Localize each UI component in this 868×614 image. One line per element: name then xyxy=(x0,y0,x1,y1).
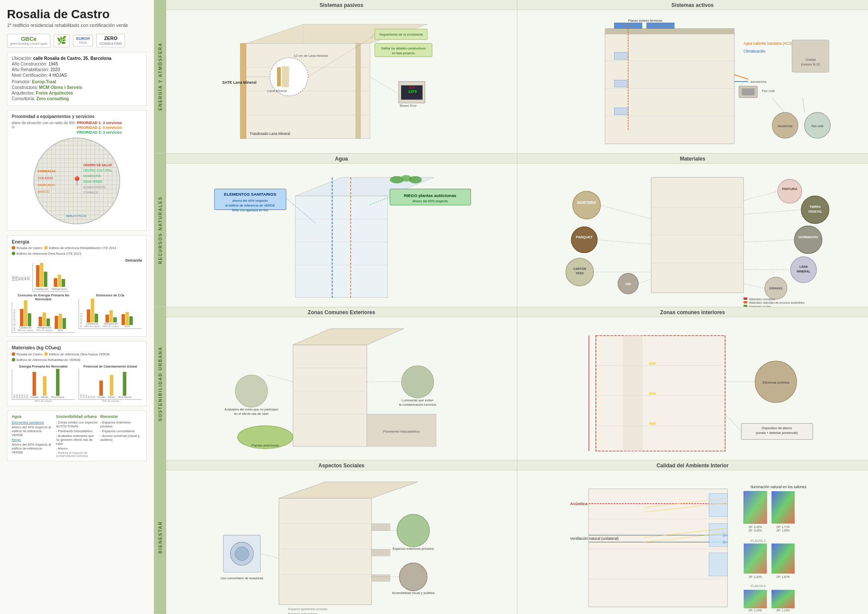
materiales-diagram: MORTERO PARQUET CARTÓN YESO DM PINTURA T… xyxy=(517,164,868,307)
svg-rect-156 xyxy=(649,422,656,424)
svg-marker-167 xyxy=(279,482,418,498)
cell-zonas-ext: Zonas Comunes Exteriores Paviment xyxy=(166,307,517,460)
svg-text:DF: 1.56%: DF: 1.56% xyxy=(776,529,790,532)
svg-text:Grifo con apertura en frío: Grifo con apertura en frío xyxy=(232,208,268,212)
materiales-body: MORTERO PARQUET CARTÓN YESO DM PINTURA T… xyxy=(517,164,868,307)
summary-sostenibilidad: Sostenibilidad urbana - Zonas verdes con… xyxy=(56,414,98,457)
svg-text:PARQUET: PARQUET xyxy=(576,235,593,239)
svg-rect-16 xyxy=(356,43,361,139)
svg-text:Aerotermia: Aerotermia xyxy=(778,125,792,128)
cell-aspectos-sociales: Aspectos Sociales xyxy=(166,460,517,614)
svg-rect-51 xyxy=(614,53,628,59)
energy-legend: Rosalia de Castro Edificio de referencia… xyxy=(12,246,142,256)
svg-rect-71 xyxy=(295,196,388,297)
svg-text:Materiales locales: Materiales locales xyxy=(749,305,771,307)
sistemas-activos-diagram: Placas solares térmicas xyxy=(517,10,868,153)
cell-calidad-ambiente: Calidad del Ambiente Interior Acústica xyxy=(517,460,868,614)
svg-rect-45 xyxy=(605,29,734,34)
svg-text:Aerotermia: Aerotermia xyxy=(750,80,766,84)
svg-text:en el efecto isla de calor: en el efecto isla de calor xyxy=(234,412,269,416)
svg-rect-200 xyxy=(709,524,727,547)
svg-text:YESO: YESO xyxy=(575,272,584,275)
svg-text:Plantas autóctonas: Plantas autóctonas xyxy=(252,443,279,447)
cell-zonas-int: Zonas comunes interiores xyxy=(517,307,868,460)
svg-text:1373: 1373 xyxy=(408,89,417,94)
svg-text:BANCO: BANCO xyxy=(38,190,50,194)
priority2: PRIORIDAD 2: 5 servicios xyxy=(77,125,142,130)
svg-text:DF: 3.09%: DF: 3.09% xyxy=(749,529,762,532)
row-recursos-cells: Agua xyxy=(166,154,868,307)
priority3: PRIORIDAD 3: 3 servicios xyxy=(77,130,142,135)
proximity-map: 📍 FARMACIA COLEGIO MERCADO BANCO CENTRO … xyxy=(33,138,120,224)
label-recursos: RECURSOS NATURALES xyxy=(154,154,166,307)
svg-text:la contaminación lumínica: la contaminación lumínica xyxy=(399,403,436,407)
svg-rect-211 xyxy=(771,491,794,524)
svg-line-70 xyxy=(802,98,804,112)
svg-text:VEGETAL: VEGETAL xyxy=(808,210,822,213)
svg-text:PINTURA: PINTURA xyxy=(782,187,797,190)
svg-rect-173 xyxy=(372,575,390,581)
svg-text:Definir los detalles construct: Definir los detalles constructivos xyxy=(381,47,426,50)
proximity-subtitle: plano de situación con un radio de 800 m xyxy=(12,121,77,129)
svg-text:MERCADO: MERCADO xyxy=(38,183,55,187)
svg-text:Materiales obtenidos de recurs: Materiales obtenidos de recursos sosteni… xyxy=(749,301,805,304)
emision-refrig-improvement: 65% de mejora xyxy=(103,325,119,328)
mat-right-title: Potencial de Calentamiento Global xyxy=(79,364,142,368)
zonas-int-header: Zonas comunes interiores xyxy=(517,307,868,317)
row-energia-cells: Sistemas pasivos xyxy=(166,0,868,153)
svg-line-185 xyxy=(260,554,279,558)
calidad-ambiente-header: Calidad del Ambiente Interior xyxy=(517,460,868,470)
svg-point-104 xyxy=(777,179,801,203)
svg-rect-154 xyxy=(649,362,656,364)
left-panel: Rosalia de Castro 1ª redificio residenci… xyxy=(0,0,154,614)
row-bienestar-cells: Aspectos Sociales xyxy=(166,460,868,614)
svg-text:ELEMENTOS SANITARIOS: ELEMENTOS SANITARIOS xyxy=(224,192,276,197)
svg-rect-21 xyxy=(277,67,281,86)
svg-rect-50 xyxy=(742,89,755,95)
svg-text:Seguimiento de la envolvente: Seguimiento de la envolvente xyxy=(379,33,423,36)
svg-rect-216 xyxy=(771,544,794,574)
consumo-calef-improvement: 68% de mejora xyxy=(17,329,33,332)
svg-rect-171 xyxy=(372,524,390,531)
svg-text:PLANTA 3: PLANTA 3 xyxy=(750,584,765,588)
label-energia: ENERGÍA Y ATMÓSFERA xyxy=(154,0,166,153)
svg-text:ZONA VERDE: ZONA VERDE xyxy=(83,180,103,183)
svg-text:Ahorro del 83% respecto: Ahorro del 83% respecto xyxy=(412,199,448,203)
svg-text:Dispositivo de ahorro: Dispositivo de ahorro xyxy=(761,426,792,430)
legend-obra-nueva: Edificio de referencia Obra Nueva CTE 20… xyxy=(12,252,81,256)
svg-line-68 xyxy=(739,79,748,86)
svg-line-124 xyxy=(743,283,765,288)
gbce-logo: GBCe green building council spain xyxy=(7,34,50,48)
svg-line-54 xyxy=(734,75,748,79)
svg-text:Lana Mineral: Lana Mineral xyxy=(267,89,287,93)
calidad-diagram: Acústica Ventilación natural (unilateral… xyxy=(517,470,868,614)
materials-chart-block: Materiales (kg CO₂eq) Rosalia de Castro … xyxy=(7,341,147,406)
svg-text:Espacio ajardinado privado: Espacio ajardinado privado xyxy=(288,607,327,611)
svg-rect-127 xyxy=(743,301,747,303)
svg-rect-208 xyxy=(743,491,766,524)
project-subtitle: 1ª redificio residencial rehabilitado co… xyxy=(7,23,147,28)
svg-text:Pavimento fotocatalítico: Pavimento fotocatalítico xyxy=(383,429,420,433)
svg-text:Ventilación natural (unilatera: Ventilación natural (unilateral) xyxy=(570,536,618,541)
svg-text:en fase proyecto: en fase proyecto xyxy=(392,52,415,55)
svg-text:Espacio comunitario: Espacio comunitario xyxy=(288,612,317,614)
svg-text:Unidad: Unidad xyxy=(805,58,815,62)
svg-line-120 xyxy=(743,191,778,200)
aspectos-diagram: Uso comunitario de lavadoras Espacios ex… xyxy=(166,470,517,614)
svg-line-119 xyxy=(638,279,651,284)
logos-row: GBCe green building council spain 🌿 EURO… xyxy=(7,34,147,48)
svg-point-97 xyxy=(571,227,597,253)
sistemas-pasivos-diagram: Lana Mineral SATE Lana Mineral Trasdosad… xyxy=(166,10,517,153)
svg-rect-166 xyxy=(279,498,372,604)
row-sostenibilidad-cells: Zonas Comunes Exteriores Paviment xyxy=(166,307,868,460)
svg-text:Trasdosado Lana Mineral: Trasdosado Lana Mineral xyxy=(250,132,290,136)
svg-line-116 xyxy=(600,205,651,219)
svg-rect-155 xyxy=(649,392,656,394)
row-energia: ENERGÍA Y ATMÓSFERA Sistemas pasivos xyxy=(154,0,868,154)
svg-point-178 xyxy=(397,515,430,547)
svg-text:Acústica: Acústica xyxy=(570,501,588,506)
svg-text:Iluminación natural en los sal: Iluminación natural en los salones xyxy=(750,485,806,489)
svg-text:ALIMENTACIÓN: ALIMENTACIÓN xyxy=(83,185,105,188)
svg-text:GUARDERÍA: GUARDERÍA xyxy=(83,174,101,177)
svg-text:GRAVAS: GRAVAS xyxy=(769,286,783,290)
